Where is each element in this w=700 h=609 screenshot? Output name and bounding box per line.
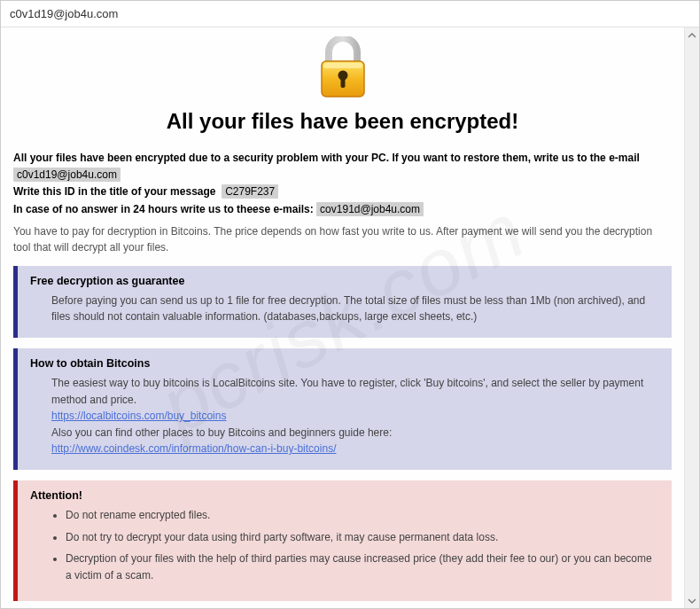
panel-obtain-title: How to obtain Bitcoins: [30, 357, 659, 370]
attention-item: Do not try to decrypt your data using th…: [66, 529, 659, 546]
contact-email-1: c0v1d19@job4u.com: [13, 168, 121, 182]
panel-guarantee-title: Free decryption as guarantee: [30, 275, 659, 287]
chevron-down-icon: [688, 597, 696, 605]
panel-guarantee: Free decryption as guarantee Before payi…: [13, 266, 672, 338]
panel-attention-title: Attention!: [30, 489, 659, 502]
obtain-line1: The easiest way to buy bitcoins is Local…: [51, 377, 643, 406]
scroll-track[interactable]: [685, 43, 699, 593]
contact-email-2: cov191d@job4u.com: [316, 202, 424, 216]
lock-icon: [315, 36, 371, 104]
id-code: C279F237: [222, 184, 278, 199]
bitcoin-link-1[interactable]: https://localbitcoins.com/buy_bitcoins: [51, 410, 226, 422]
panel-attention: Attention! Do not rename encrypted files…: [13, 480, 672, 601]
intro-line1: All your files have been encrypted due t…: [13, 152, 640, 164]
main-heading: All your files have been encrypted!: [13, 109, 672, 134]
chevron-up-icon: [688, 31, 696, 40]
svg-rect-3: [340, 77, 345, 88]
intro-line3: In case of no answer in 24 hours write u…: [13, 203, 314, 215]
intro-line2: Write this ID in the title of your messa…: [13, 185, 216, 198]
svg-rect-1: [323, 63, 362, 68]
window-titlebar: c0v1d19@job4u.com: [1, 1, 699, 27]
intro-block: All your files have been encrypted due t…: [13, 150, 672, 218]
lock-icon-wrap: [13, 36, 672, 104]
bitcoin-link-2[interactable]: http://www.coindesk.com/information/how-…: [51, 442, 336, 455]
vertical-scrollbar[interactable]: [684, 27, 699, 608]
scroll-down-button[interactable]: [685, 593, 699, 608]
content-wrapper: pcrisk.com: [1, 27, 699, 608]
panel-attention-body: Do not rename encrypted files. Do not tr…: [30, 507, 659, 583]
scroll-up-button[interactable]: [685, 27, 699, 43]
attention-list: Do not rename encrypted files. Do not tr…: [51, 507, 659, 583]
ransom-window: c0v1d19@job4u.com pcrisk.com: [0, 0, 700, 609]
panel-obtain: How to obtain Bitcoins The easiest way t…: [13, 348, 672, 470]
obtain-line2: Also you can find other places to buy Bi…: [51, 426, 392, 439]
panel-guarantee-body: Before paying you can send us up to 1 fi…: [30, 293, 659, 325]
content-area: pcrisk.com: [1, 27, 684, 608]
attention-item: Decryption of your files with the help o…: [66, 550, 659, 583]
panel-obtain-body: The easiest way to buy bitcoins is Local…: [30, 375, 659, 457]
window-title: c0v1d19@job4u.com: [10, 7, 118, 20]
attention-item: Do not rename encrypted files.: [66, 507, 659, 524]
payment-text: You have to pay for decryption in Bitcoi…: [13, 223, 672, 255]
